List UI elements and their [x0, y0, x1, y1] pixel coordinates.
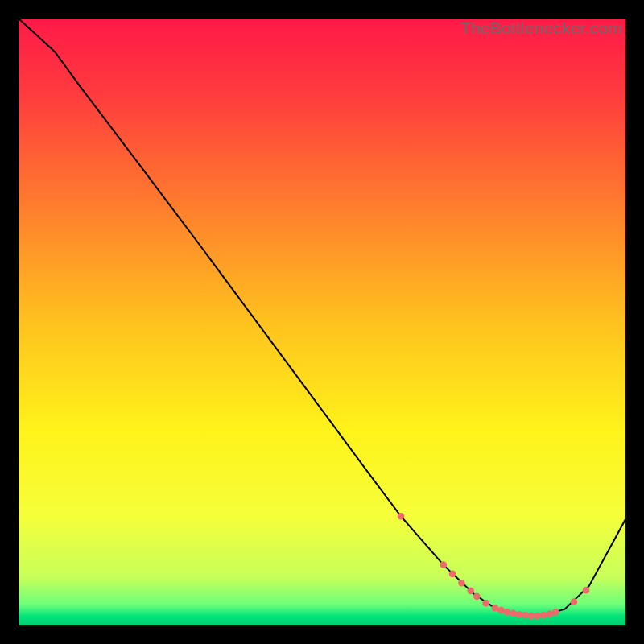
gradient-background — [19, 19, 625, 625]
marker-dot — [473, 593, 481, 601]
marker-dot — [552, 609, 559, 616]
chart-frame: TheBottlenecker.com — [19, 19, 625, 625]
marker-dot — [504, 609, 511, 616]
marker-dot — [497, 607, 505, 614]
marker-dot — [571, 598, 578, 605]
marker-dot — [458, 580, 465, 587]
marker-dot — [546, 610, 553, 617]
marker-dot — [440, 561, 448, 568]
marker-dot — [583, 587, 590, 594]
watermark-label: TheBottlenecker.com — [460, 19, 622, 38]
marker-dot — [528, 613, 535, 620]
marker-dot — [522, 612, 529, 619]
marker-dot — [534, 613, 541, 620]
marker-dot — [467, 588, 474, 595]
bottleneck-chart — [19, 19, 625, 625]
marker-dot — [510, 610, 517, 617]
marker-dot — [540, 612, 547, 619]
marker-dot — [482, 600, 489, 607]
marker-dot — [449, 571, 456, 578]
marker-dot — [492, 605, 499, 612]
marker-dot — [398, 513, 405, 520]
marker-dot — [516, 611, 523, 618]
